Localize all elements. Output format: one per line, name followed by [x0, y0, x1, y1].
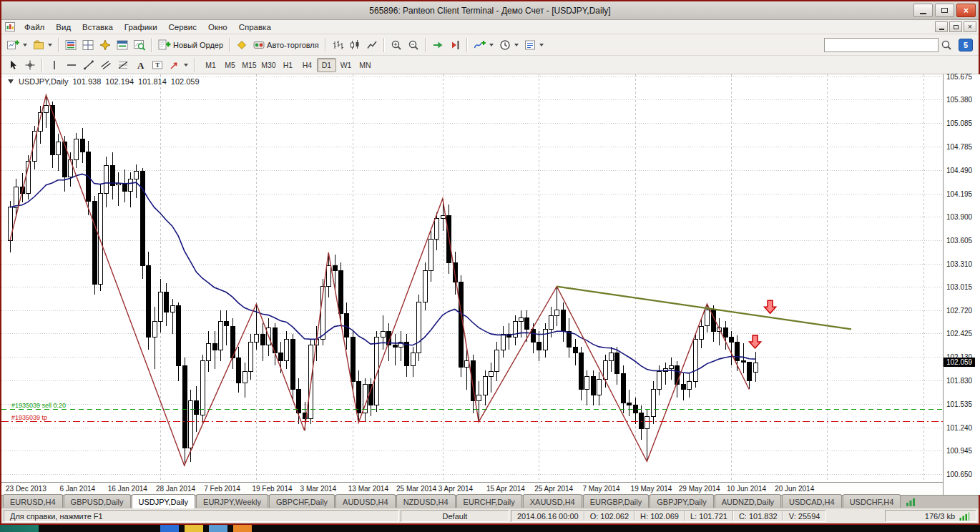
start-button[interactable]: [0, 525, 39, 532]
auto-scroll-button[interactable]: [429, 36, 446, 54]
mql5-community-button[interactable]: 5: [959, 39, 973, 51]
autotrading-button[interactable]: Авто-торговля: [250, 36, 322, 54]
arrows-tool-button[interactable]: [166, 57, 191, 72]
price-axis[interactable]: 105.675105.380105.085104.785104.490104.1…: [943, 74, 980, 495]
mdi-restore-button[interactable]: [949, 21, 962, 32]
templates-button[interactable]: [521, 36, 547, 54]
one-click-panel-toggle-icon[interactable]: [8, 79, 14, 84]
order-line-label: #1935039 sell 0.20: [11, 402, 66, 409]
data-window-button[interactable]: [79, 36, 97, 54]
timeframe-m1-button[interactable]: M1: [201, 58, 220, 72]
zoom-out-button[interactable]: [405, 36, 422, 54]
timeframe-d1-button[interactable]: D1: [317, 58, 336, 72]
periods-button[interactable]: [496, 36, 521, 54]
chart-tab-eurjpy-weekly[interactable]: EURJPY,Weekly: [196, 494, 268, 508]
fibonacci-button[interactable]: [114, 57, 132, 72]
profiles-icon: [33, 39, 44, 51]
chart-tab-audusd-h4[interactable]: AUDUSD,H4: [335, 494, 396, 508]
chart-tab-nzdusd-h4[interactable]: NZDUSD,H4: [396, 494, 456, 508]
line-studies-toolbar: A T M1M5M15M30H1H4D1W1MN: [1, 56, 979, 74]
chart-tab-xauusd-h4[interactable]: XAUUSD,H4: [523, 494, 582, 508]
menu-charts[interactable]: Графики: [119, 21, 163, 33]
text-button[interactable]: A: [132, 57, 149, 72]
window-minimize-button[interactable]: [913, 4, 933, 17]
window-close-button[interactable]: ×: [956, 4, 976, 17]
chevron-down-icon: [514, 44, 519, 46]
mdi-close-button[interactable]: ×: [964, 21, 976, 32]
chart-tab-usdchf-h4[interactable]: USDCHF,H4: [843, 494, 901, 508]
window-maximize-button[interactable]: [935, 4, 954, 17]
chart-tab-usdcad-h4[interactable]: USDCAD,H4: [782, 494, 842, 508]
status-separator: [783, 511, 784, 521]
menu-window[interactable]: Окно: [202, 21, 233, 33]
taskbar-app-internet-explorer[interactable]: [160, 525, 179, 532]
chart-tab-eurchf-daily[interactable]: EURCHF,Daily: [456, 494, 522, 508]
new-chart-button[interactable]: [4, 36, 30, 54]
terminal-button[interactable]: [114, 36, 131, 54]
menu-view[interactable]: Вид: [50, 21, 77, 33]
status-profile-selector[interactable]: Default: [401, 510, 509, 522]
chevron-down-icon: [489, 44, 494, 46]
timeframe-h1-button[interactable]: H1: [278, 58, 298, 72]
metaeditor-button[interactable]: [233, 36, 250, 54]
chart-tab-eurgbp-daily[interactable]: EURGBP,Daily: [583, 494, 650, 508]
taskbar-app-firefox[interactable]: [233, 525, 252, 532]
timeframe-m15-button[interactable]: M15: [240, 58, 259, 72]
profiles-button[interactable]: [30, 36, 55, 54]
chart-tab-gbpchf-daily[interactable]: GBPCHF,Daily: [269, 494, 335, 508]
trendline-button[interactable]: [80, 57, 97, 72]
timeframe-h4-button[interactable]: H4: [298, 58, 317, 72]
timeframe-m5-button[interactable]: M5: [220, 58, 240, 72]
chart-shift-button[interactable]: [446, 36, 464, 54]
menu-service[interactable]: Сервис: [163, 21, 202, 33]
mdi-minimize-button[interactable]: [935, 21, 948, 32]
standard-toolbar: Новый Ордер Авто-торговля: [1, 34, 979, 56]
timeframe-m30-button[interactable]: M30: [259, 58, 278, 72]
navigator-button[interactable]: [97, 36, 114, 54]
chevron-down-icon: [184, 64, 188, 66]
chart-tab-usdjpy-daily[interactable]: USDJPY,Daily: [132, 494, 196, 508]
horizontal-line-button[interactable]: [63, 57, 80, 72]
new-order-button[interactable]: Новый Ордер: [155, 36, 226, 54]
price-chart[interactable]: #1935039 sell 0.20#1935039 tp: [1, 74, 943, 482]
chart-tab-eurusd-h4[interactable]: EURUSD,H4: [3, 494, 63, 508]
timeframe-mn-button[interactable]: MN: [356, 58, 375, 72]
svg-text:T: T: [155, 61, 160, 69]
chart-tab-audnzd-daily[interactable]: AUDNZD,Daily: [715, 494, 781, 508]
vertical-line-icon: [49, 59, 60, 71]
crosshair-button[interactable]: [21, 57, 39, 72]
timeframe-w1-button[interactable]: W1: [336, 58, 356, 72]
status-bar-time: 2014.06.16 00:00: [517, 512, 579, 521]
title-bar[interactable]: 565896: Panteon Client Terminal - Демо С…: [1, 1, 979, 20]
text-label-button[interactable]: T: [149, 57, 166, 72]
market-watch-button[interactable]: [62, 36, 79, 54]
periods-icon: [499, 39, 511, 51]
chart-plot-area[interactable]: #1935039 sell 0.20#1935039 tp USDJPY,Dai…: [1, 74, 943, 482]
cursor-button[interactable]: [4, 57, 21, 72]
price-axis-label: 102.720: [946, 307, 972, 315]
status-high: H: 102.069: [640, 512, 679, 521]
chart-high-value: 102.194: [105, 77, 134, 86]
candlestick-chart-button[interactable]: [346, 36, 363, 54]
line-chart-button[interactable]: [363, 36, 381, 54]
windows-taskbar[interactable]: [0, 525, 980, 532]
menu-file[interactable]: Файл: [19, 21, 50, 33]
chart-tab-gbpjpy-daily[interactable]: GBPJPY,Daily: [650, 494, 714, 508]
zoom-in-button[interactable]: [388, 36, 405, 54]
menu-help[interactable]: Справка: [233, 21, 277, 33]
vertical-line-button[interactable]: [46, 57, 63, 72]
bar-chart-button[interactable]: [329, 36, 346, 54]
indicators-button[interactable]: [471, 36, 496, 54]
strategy-tester-button[interactable]: [131, 36, 148, 54]
status-volume: V: 25594: [789, 512, 820, 521]
taskbar-app-file-explorer[interactable]: [185, 525, 203, 532]
equidistant-channel-button[interactable]: [97, 57, 114, 72]
search-input[interactable]: [824, 38, 939, 52]
current-price-tag: 102.059: [944, 358, 975, 367]
chart-tab-gbpusd-daily[interactable]: GBPUSD,Daily: [64, 494, 131, 508]
down-arrow-icon: [750, 335, 761, 348]
menu-insert[interactable]: Вставка: [77, 21, 119, 33]
taskbar-app-blue[interactable]: [209, 525, 227, 532]
search-button[interactable]: [939, 38, 954, 52]
auto-scroll-icon: [432, 39, 444, 51]
